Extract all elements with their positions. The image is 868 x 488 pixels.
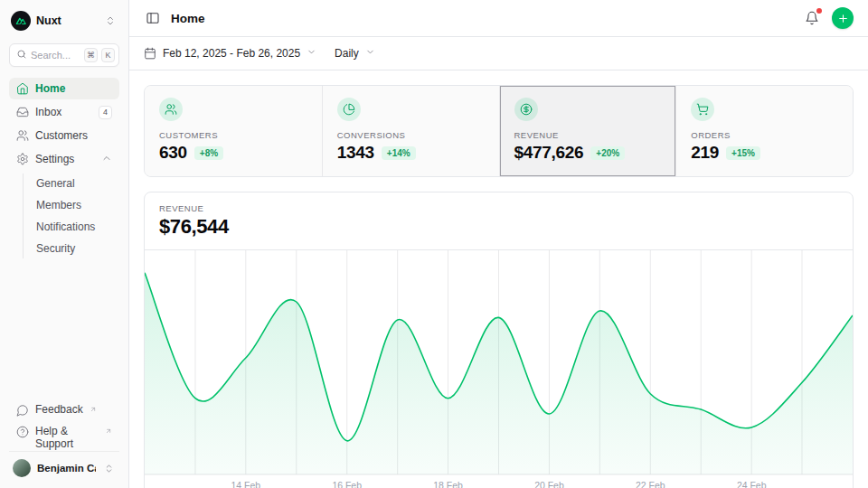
message-bubble-icon bbox=[16, 404, 29, 417]
chart-header: REVENUE $76,544 bbox=[145, 192, 853, 250]
subitem-label: General bbox=[36, 177, 75, 190]
sidebar-item-customers[interactable]: Customers bbox=[9, 125, 119, 146]
stat-delta-badge: +8% bbox=[194, 146, 223, 160]
header-actions bbox=[803, 7, 854, 29]
svg-text:16 Feb: 16 Feb bbox=[332, 481, 362, 488]
sidebar-item-label: Settings bbox=[35, 153, 74, 165]
avatar bbox=[13, 459, 31, 477]
sidebar-spacer bbox=[9, 260, 119, 400]
notifications-button[interactable] bbox=[803, 9, 821, 27]
sidebar-item-label: Home bbox=[35, 82, 65, 95]
footer-item-label: Help & Support bbox=[35, 425, 99, 450]
footer-item-label: Feedback bbox=[35, 403, 83, 416]
stat-value: 630 bbox=[159, 143, 187, 163]
subitem-label: Members bbox=[36, 199, 81, 211]
nuxt-logo-icon bbox=[11, 11, 31, 31]
chevron-up-icon bbox=[101, 153, 112, 166]
chart-pie-icon bbox=[337, 98, 361, 121]
svg-text:24 Feb: 24 Feb bbox=[737, 481, 767, 488]
kbd-cmd: ⌘ bbox=[84, 48, 98, 62]
stat-delta-badge: +20% bbox=[590, 146, 625, 160]
svg-text:20 Feb: 20 Feb bbox=[534, 481, 564, 488]
stats-row: CUSTOMERS 630 +8% CONVERSIONS 1343 +14% … bbox=[144, 85, 854, 177]
inbox-icon bbox=[16, 106, 29, 118]
sidebar-item-label: Customers bbox=[35, 129, 88, 142]
sidebar-item-settings[interactable]: Settings bbox=[9, 148, 119, 170]
calendar-icon bbox=[144, 47, 156, 60]
revenue-chart-svg: 14 Feb16 Feb18 Feb20 Feb22 Feb24 Feb bbox=[145, 250, 853, 488]
workspace-name: Nuxt bbox=[36, 14, 98, 27]
home-icon bbox=[16, 82, 29, 95]
search-input[interactable] bbox=[31, 50, 80, 61]
svg-text:14 Feb: 14 Feb bbox=[231, 481, 261, 488]
external-link-icon bbox=[90, 403, 97, 416]
chevron-down-icon bbox=[365, 47, 375, 60]
stat-card-orders[interactable]: ORDERS 219 +15% bbox=[675, 86, 853, 176]
add-button[interactable] bbox=[832, 7, 854, 29]
chart-metric-value: $76,544 bbox=[159, 215, 838, 239]
sidebar-subitem-general[interactable]: General bbox=[24, 174, 119, 193]
sidebar-nav: Home Inbox 4 Customers Settings General … bbox=[9, 78, 119, 260]
chevrons-up-down-icon[interactable] bbox=[103, 14, 118, 28]
stat-card-customers[interactable]: CUSTOMERS 630 +8% bbox=[145, 86, 322, 176]
sidebar-subitem-security[interactable]: Security bbox=[24, 239, 119, 258]
stat-value: $477,626 bbox=[514, 143, 584, 163]
stat-card-conversions[interactable]: CONVERSIONS 1343 +14% bbox=[322, 86, 499, 176]
user-name: Benjamin Canac bbox=[37, 463, 96, 474]
granularity-label: Daily bbox=[335, 47, 359, 60]
svg-text:22 Feb: 22 Feb bbox=[636, 481, 665, 488]
subitem-label: Security bbox=[36, 242, 75, 255]
users-icon bbox=[16, 129, 29, 142]
stat-value: 219 bbox=[691, 143, 719, 163]
chart-metric-label: REVENUE bbox=[159, 203, 838, 213]
search-icon bbox=[16, 49, 27, 62]
stat-label: ORDERS bbox=[691, 130, 838, 140]
stat-card-revenue[interactable]: REVENUE $477,626 +20% bbox=[499, 86, 676, 176]
settings-submenu: General Members Notifications Security bbox=[23, 174, 119, 258]
sidebar-item-home[interactable]: Home bbox=[9, 78, 119, 99]
sidebar-toggle-icon[interactable] bbox=[144, 9, 162, 27]
sidebar-item-inbox[interactable]: Inbox 4 bbox=[9, 101, 119, 123]
user-menu[interactable]: Benjamin Canac bbox=[9, 451, 119, 479]
stat-label: REVENUE bbox=[514, 130, 662, 140]
stat-label: CONVERSIONS bbox=[337, 130, 485, 140]
help-circle-icon bbox=[16, 426, 29, 438]
revenue-chart-panel: REVENUE $76,544 14 Feb16 Feb18 Feb20 Feb… bbox=[144, 192, 854, 488]
kbd-k: K bbox=[101, 48, 115, 62]
stat-label: CUSTOMERS bbox=[159, 130, 307, 140]
stat-delta-badge: +15% bbox=[726, 146, 760, 160]
main-area: Home Feb 12, 2025 - Feb 26, 2025 Daily bbox=[129, 0, 868, 488]
sidebar-subitem-members[interactable]: Members bbox=[24, 195, 119, 215]
page-header: Home bbox=[129, 0, 868, 37]
chevrons-up-down-icon bbox=[102, 462, 116, 475]
gear-icon bbox=[16, 153, 29, 165]
cart-icon bbox=[691, 98, 714, 121]
search-box[interactable]: ⌘ K bbox=[9, 43, 119, 67]
granularity-select[interactable]: Daily bbox=[335, 47, 375, 60]
stat-delta-badge: +14% bbox=[382, 146, 416, 160]
stat-value: 1343 bbox=[337, 143, 374, 163]
plus-icon bbox=[837, 13, 849, 24]
date-range-label: Feb 12, 2025 - Feb 26, 2025 bbox=[163, 47, 300, 60]
sidebar: Nuxt ⌘ K Home Inbox 4 Customers Settings bbox=[0, 0, 129, 488]
filters-toolbar: Feb 12, 2025 - Feb 26, 2025 Daily bbox=[129, 37, 868, 70]
workspace-switcher[interactable]: Nuxt bbox=[9, 9, 119, 33]
subitem-label: Notifications bbox=[36, 221, 95, 233]
sidebar-item-label: Inbox bbox=[35, 106, 61, 118]
date-range-picker[interactable]: Feb 12, 2025 - Feb 26, 2025 bbox=[144, 47, 316, 60]
chevron-down-icon bbox=[307, 47, 316, 60]
svg-text:18 Feb: 18 Feb bbox=[433, 481, 463, 488]
sidebar-subitem-notifications[interactable]: Notifications bbox=[24, 217, 119, 237]
circle-dollar-icon bbox=[514, 98, 538, 121]
sidebar-item-feedback[interactable]: Feedback bbox=[9, 400, 119, 422]
sidebar-item-help-support[interactable]: Help & Support bbox=[9, 422, 119, 444]
users-icon bbox=[159, 98, 183, 121]
inbox-count-badge: 4 bbox=[99, 106, 112, 119]
notification-dot bbox=[816, 8, 822, 14]
external-link-icon bbox=[105, 425, 112, 437]
dashboard-content: CUSTOMERS 630 +8% CONVERSIONS 1343 +14% … bbox=[129, 70, 868, 488]
page-title: Home bbox=[171, 12, 205, 25]
